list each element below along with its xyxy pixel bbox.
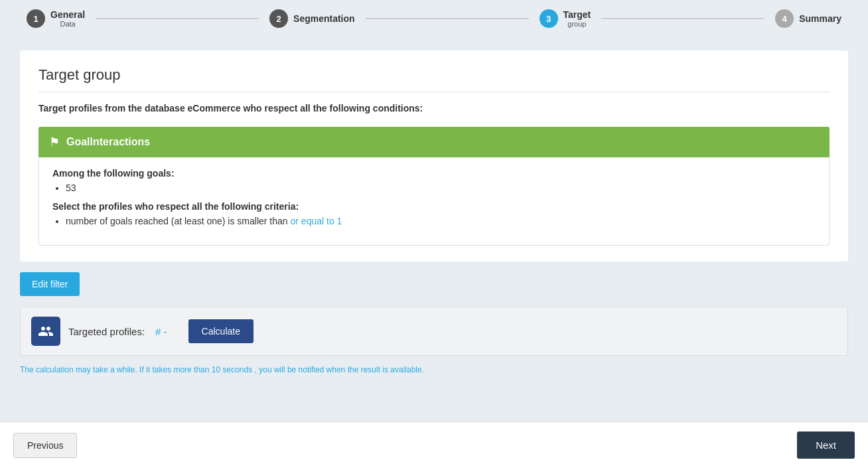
criteria-value: 1: [337, 216, 342, 226]
step-3-name: Target: [563, 9, 591, 20]
step-4: 4 Summary: [775, 9, 841, 28]
criteria-link1: or equal to: [291, 216, 337, 226]
calc-note-end: , you will be notified when the result i…: [255, 365, 424, 374]
goal-flag-icon: ⚑: [49, 135, 60, 149]
next-button[interactable]: Next: [797, 431, 855, 459]
goal-content: Among the following goals: 53 Select the…: [38, 157, 830, 246]
calc-note: The calculation may take a while. If it …: [20, 365, 848, 374]
step-1-circle: 1: [27, 9, 45, 28]
previous-button[interactable]: Previous: [13, 433, 77, 458]
step-3: 3 Target group: [540, 9, 591, 28]
step-4-name: Summary: [799, 13, 841, 24]
goal-banner-title: GoalInteractions: [66, 136, 150, 148]
step-2-circle: 2: [269, 9, 288, 28]
main-content: Target group Target profiles from the da…: [0, 37, 868, 422]
step-1-sub: Data: [50, 20, 85, 28]
calc-note-text: The calculation may take a while. If it …: [20, 365, 209, 374]
step-3-sub: group: [563, 20, 591, 28]
step-line-3: [601, 18, 764, 19]
calculate-button[interactable]: Calculate: [188, 319, 253, 343]
targeted-label: Targeted profiles:: [68, 326, 145, 337]
edit-filter-container: Edit filter: [20, 272, 848, 307]
step-3-label: Target group: [563, 9, 591, 28]
criteria-item: number of goals reached (at least one) i…: [66, 216, 816, 226]
targeted-profiles-row: Targeted profiles: # - Calculate: [20, 307, 848, 356]
step-2: 2 Segmentation: [269, 9, 355, 28]
page-title: Target group: [38, 66, 830, 92]
goals-label: Among the following goals:: [52, 168, 816, 179]
condition-text: Target profiles from the database eComme…: [38, 103, 830, 114]
users-icon: [38, 323, 54, 339]
goal-banner: ⚑ GoalInteractions: [38, 127, 830, 157]
step-1-name: General: [50, 9, 85, 20]
stepper: 1 General Data 2 Segmentation 3 Target g…: [0, 0, 868, 37]
step-2-name: Segmentation: [293, 13, 355, 24]
calc-note-time: 10 seconds: [212, 365, 252, 374]
targeted-value: # -: [155, 326, 167, 337]
goal-interactions-block: ⚑ GoalInteractions Among the following g…: [38, 127, 830, 246]
step-4-label: Summary: [799, 13, 841, 24]
step-3-circle: 3: [540, 9, 558, 28]
step-1-label: General Data: [50, 9, 85, 28]
step-2-label: Segmentation: [293, 13, 355, 24]
content-card: Target group Target profiles from the da…: [20, 50, 848, 262]
footer: Previous Next: [0, 422, 868, 468]
edit-filter-button[interactable]: Edit filter: [20, 272, 80, 296]
step-line-1: [96, 18, 259, 19]
criteria-text: number of goals reached (at least one) i…: [66, 216, 288, 226]
step-4-circle: 4: [775, 9, 794, 28]
criteria-list: number of goals reached (at least one) i…: [66, 216, 816, 226]
step-line-2: [366, 18, 529, 19]
criteria-label: Select the profiles who respect all the …: [52, 201, 816, 212]
goal-item: 53: [66, 183, 816, 193]
goals-list: 53: [66, 183, 816, 193]
targeted-icon: [31, 317, 60, 346]
step-1: 1 General Data: [27, 9, 85, 28]
